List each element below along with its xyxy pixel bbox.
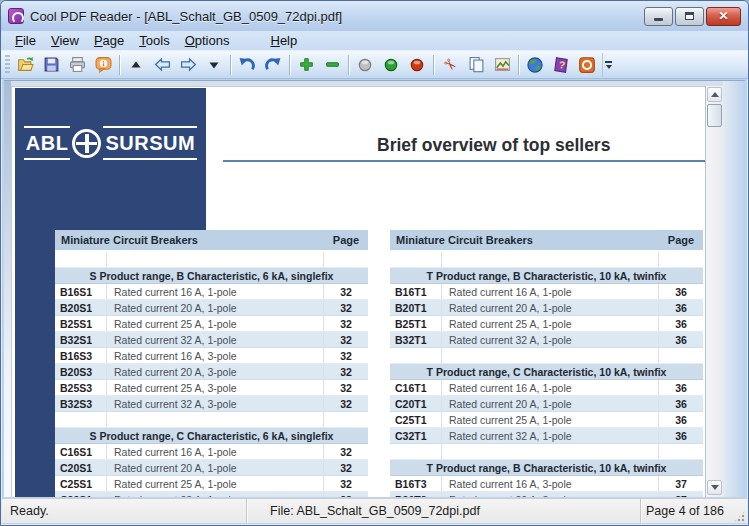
- menu-file[interactable]: File: [9, 32, 42, 49]
- status-bar: Ready. File: ABL_Schalt_GB_0509_72dpi.pd…: [2, 498, 747, 523]
- menu-view[interactable]: View: [45, 32, 85, 49]
- first-page-button[interactable]: [123, 52, 149, 78]
- menu-page[interactable]: Page: [88, 32, 130, 49]
- cell-page: [324, 412, 368, 427]
- cell-page: 36: [659, 300, 703, 315]
- about-button[interactable]: [90, 52, 116, 78]
- cell-page: 36: [659, 316, 703, 331]
- table-row: C25T1Rated current 25 A, 1-pole36: [390, 412, 703, 428]
- help-button[interactable]: ?: [548, 52, 574, 78]
- cell-description: Rated current 32 A, 1-pole: [442, 428, 659, 443]
- open-button[interactable]: [12, 52, 38, 78]
- cell-description: Rated current 20 A, 1-pole: [442, 396, 659, 411]
- page-title: Brief overview of top sellers: [377, 135, 610, 156]
- cell-description: Rated current 32 A, 1-pole: [107, 332, 324, 347]
- table-row-blank: [390, 444, 703, 460]
- website-button[interactable]: [522, 52, 548, 78]
- cell-code: [390, 444, 442, 459]
- table-row: B25T1Rated current 25 A, 1-pole36: [390, 316, 703, 332]
- cell-page: 32: [324, 380, 368, 395]
- cell-page: 32: [324, 300, 368, 315]
- cell-code: B25S1: [55, 316, 107, 331]
- table-row: B20T1Rated current 20 A, 1-pole36: [390, 300, 703, 316]
- zoom-preset-gray-button[interactable]: [352, 52, 378, 78]
- save-floppy-icon: [43, 56, 60, 73]
- triangle-down-icon: [206, 57, 222, 73]
- cell-code: B32S1: [55, 332, 107, 347]
- chevron-down-icon: [606, 65, 612, 69]
- toc-table-right: Miniature Circuit Breakers Page T Produc…: [390, 230, 703, 497]
- printer-icon: [69, 56, 86, 73]
- exit-button[interactable]: [574, 52, 600, 78]
- zoom-preset-green-button[interactable]: [378, 52, 404, 78]
- rotate-left-button[interactable]: [234, 52, 260, 78]
- save-button[interactable]: [38, 52, 64, 78]
- cell-code: B16S3: [55, 348, 107, 363]
- menu-options[interactable]: Options: [179, 32, 236, 49]
- copy-button[interactable]: [463, 52, 489, 78]
- cell-page: 32: [324, 316, 368, 331]
- table-row: B20S1Rated current 20 A, 1-pole32: [55, 300, 368, 316]
- table-row: B20T3Rated current 20 A, 3-pole37: [390, 492, 703, 497]
- zoom-in-button[interactable]: [293, 52, 319, 78]
- close-icon: ✕: [718, 10, 728, 22]
- toolbar-separator: [433, 55, 434, 75]
- overflow-bar-icon: [605, 61, 612, 63]
- table-row-section: T Product range, B Characteristic, 10 kA…: [390, 268, 703, 284]
- menu-tools[interactable]: Tools: [133, 32, 175, 49]
- last-page-button[interactable]: [201, 52, 227, 78]
- toolbar: ✂ ?: [1, 50, 748, 79]
- cell-description: [107, 252, 324, 267]
- table-row-blank: [55, 252, 368, 268]
- table-row: B32T1Rated current 32 A, 1-pole36: [390, 332, 703, 348]
- previous-page-button[interactable]: [149, 52, 175, 78]
- snapshot-cut-button[interactable]: ✂: [437, 52, 463, 78]
- scissors-icon: ✂: [440, 55, 460, 75]
- toolbar-separator: [518, 55, 519, 75]
- vertical-scrollbar[interactable]: [705, 86, 723, 497]
- print-button[interactable]: [64, 52, 90, 78]
- table-row: B16S1Rated current 16 A, 1-pole32: [55, 284, 368, 300]
- cell-code: B25S3: [55, 380, 107, 395]
- zoom-out-button[interactable]: [319, 52, 345, 78]
- maximize-button[interactable]: [675, 7, 704, 26]
- scroll-down-button[interactable]: [707, 480, 722, 495]
- export-image-button[interactable]: [489, 52, 515, 78]
- exit-power-icon: [578, 56, 596, 74]
- open-folder-icon: [17, 56, 34, 73]
- minimize-button[interactable]: [644, 7, 673, 26]
- toolbar-separator: [119, 55, 120, 75]
- cell-description: Rated current 20 A, 1-pole: [107, 300, 324, 315]
- cell-code: B16T1: [390, 284, 442, 299]
- minimize-icon: [654, 18, 663, 21]
- cell-code: C32T1: [390, 428, 442, 443]
- table-row-blank: [55, 412, 368, 428]
- image-chart-icon: [494, 56, 511, 73]
- zoom-preset-red-button[interactable]: [404, 52, 430, 78]
- logo-text-right: SURSUM: [103, 126, 197, 160]
- status-page-indicator: Page 4 of 186: [641, 499, 747, 523]
- toc-table-left: Miniature Circuit Breakers Page S Produc…: [55, 230, 368, 497]
- table-row: B16T1Rated current 16 A, 1-pole36: [390, 284, 703, 300]
- rotate-right-button[interactable]: [260, 52, 286, 78]
- triangle-down-icon: [711, 485, 719, 490]
- next-page-button[interactable]: [175, 52, 201, 78]
- scrollbar-thumb[interactable]: [707, 104, 722, 127]
- cell-page: 36: [659, 412, 703, 427]
- table-row-blank: [390, 252, 703, 268]
- close-button[interactable]: ✕: [706, 7, 741, 26]
- table-row: C25S1Rated current 25 A, 1-pole32: [55, 476, 368, 492]
- cell-page: 37: [659, 476, 703, 491]
- status-file: File: ABL_Schalt_GB_0509_72dpi.pdf: [247, 499, 640, 523]
- toolbar-overflow-button[interactable]: [602, 53, 614, 77]
- cell-page: [324, 252, 368, 267]
- cell-page: 32: [324, 476, 368, 491]
- viewport-right-band: [723, 81, 745, 497]
- table-row: B32S1Rated current 32 A, 1-pole32: [55, 332, 368, 348]
- cell-code: B32S3: [55, 396, 107, 411]
- gray-circle-icon: [357, 57, 373, 73]
- cell-code: B20T3: [390, 492, 442, 497]
- scroll-up-button[interactable]: [707, 87, 722, 102]
- menu-help[interactable]: Help: [264, 32, 303, 49]
- green-circle-icon: [383, 57, 399, 73]
